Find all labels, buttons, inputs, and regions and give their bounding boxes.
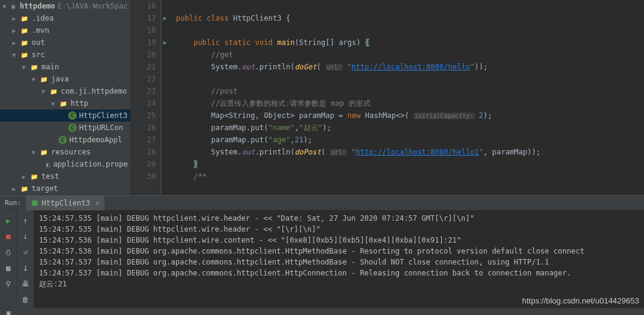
watermark: https://blog.csdn.net/u014429653 bbox=[522, 296, 639, 305]
tree-label: java bbox=[51, 75, 69, 83]
tree-item-application-prope[interactable]: ◧application.prope bbox=[0, 158, 130, 170]
tree-label: HttpURLCon bbox=[79, 123, 123, 132]
tree-item-httpdemoappl[interactable]: CHttpdemoAppl bbox=[0, 134, 130, 146]
gutter-line[interactable]: 23 bbox=[131, 85, 156, 97]
run-label: Run: bbox=[0, 199, 26, 207]
tree-arrow[interactable]: ▼ bbox=[2, 3, 8, 10]
gutter[interactable]: 1617▶1819▶2021222324252627282930 bbox=[131, 0, 161, 195]
tree-label: httpdemo bbox=[20, 2, 55, 10]
folder-icon: 📁 bbox=[58, 99, 68, 108]
tree-label: .mvn bbox=[32, 26, 49, 35]
gutter-line[interactable]: 28 bbox=[131, 146, 156, 158]
output-line: 赵云:21 bbox=[39, 279, 639, 289]
tool-window-button[interactable]: ▣ bbox=[2, 308, 15, 315]
tree-path: E:\JAVA-WorkSpac bbox=[57, 2, 128, 10]
tree-item-resources[interactable]: ▼📁resources bbox=[0, 146, 130, 158]
tree-arrow[interactable]: ▶ bbox=[12, 27, 18, 34]
gutter-line[interactable]: 16 bbox=[131, 0, 156, 12]
tree-item-src[interactable]: ▼📁src bbox=[0, 49, 130, 61]
class-icon: C bbox=[68, 123, 77, 132]
module-icon: ▣ bbox=[9, 1, 18, 11]
tree-arrow[interactable]: ▼ bbox=[32, 149, 38, 156]
code-editor[interactable]: 1617▶1819▶2021222324252627282930 public … bbox=[131, 0, 644, 195]
gutter-line[interactable]: 29 bbox=[131, 158, 156, 170]
tree-arrow[interactable]: ▶ bbox=[12, 15, 18, 22]
clear-button[interactable]: 🗑 bbox=[19, 293, 32, 306]
tree-label: resources bbox=[51, 148, 91, 156]
output-line: 15:24:57.537 [main] DEBUG org.apache.com… bbox=[39, 268, 639, 279]
gutter-line[interactable]: 26 bbox=[131, 122, 156, 134]
down-button[interactable]: ↓ bbox=[19, 230, 32, 243]
output-line: 15:24:57.535 [main] DEBUG httpclient.wir… bbox=[39, 224, 639, 235]
rerun-button[interactable]: ▶ bbox=[2, 214, 15, 227]
gutter-line[interactable]: 22 bbox=[131, 73, 156, 85]
output-line: 15:24:57.536 [main] DEBUG httpclient.wir… bbox=[39, 235, 639, 246]
tree-label: target bbox=[32, 184, 58, 193]
gutter-line[interactable]: 30 bbox=[131, 170, 156, 182]
tree-item-main[interactable]: ▼📁main bbox=[0, 61, 130, 73]
scroll-button[interactable]: ⤓ bbox=[19, 261, 32, 275]
stop-button[interactable]: ■ bbox=[2, 230, 15, 243]
run-marker-icon[interactable]: ▶ bbox=[163, 36, 167, 49]
tree-item-out[interactable]: ▶📁out bbox=[0, 36, 130, 49]
tree-label: main bbox=[41, 63, 59, 71]
tree-arrow[interactable]: ▶ bbox=[22, 173, 28, 180]
print-button[interactable]: 🖶 bbox=[19, 277, 32, 291]
run-tab[interactable]: HttpClient3 × bbox=[26, 196, 106, 210]
tree-item-httpclient3[interactable]: CHttpClient3 bbox=[0, 109, 130, 122]
tree-arrow[interactable]: ▼ bbox=[41, 88, 47, 95]
class-icon: C bbox=[68, 111, 77, 120]
tree-root[interactable]: ▼ ▣ httpdemo E:\JAVA-WorkSpac bbox=[0, 0, 130, 12]
screenshot-button[interactable]: ⎙ bbox=[2, 246, 15, 259]
gutter-line[interactable]: 21 bbox=[131, 61, 156, 73]
code-area[interactable]: public class HttpClient3 { public static… bbox=[161, 0, 644, 195]
tree-label: src bbox=[32, 50, 45, 59]
tree-item--mvn[interactable]: ▶📁.mvn bbox=[0, 24, 130, 36]
output-line: 15:24:57.535 [main] DEBUG httpclient.wir… bbox=[39, 213, 639, 224]
tree-arrow[interactable]: ▼ bbox=[51, 100, 57, 107]
folder-icon: 📁 bbox=[49, 86, 58, 96]
gutter-line[interactable]: 25 bbox=[131, 109, 156, 122]
tree-item-java[interactable]: ▼📁java bbox=[0, 73, 130, 85]
tree-item--idea[interactable]: ▶📁.idea bbox=[0, 12, 130, 24]
gutter-line[interactable]: 17▶ bbox=[131, 12, 156, 24]
tree-label: HttpClient3 bbox=[79, 111, 127, 120]
gutter-line[interactable]: 24 bbox=[131, 97, 156, 109]
tree-arrow[interactable]: ▶ bbox=[12, 40, 18, 46]
tree-label: application.prope bbox=[53, 160, 128, 168]
run-panel: Run: HttpClient3 × ▶ ■ ⎙ ▦ ⚲ ↑ ↓ ⏎ ⤓ 🖶 🗑… bbox=[0, 195, 644, 308]
run-toolbar-left: ▶ ■ ⎙ ▦ ⚲ bbox=[0, 210, 17, 308]
wrap-button[interactable]: ⏎ bbox=[19, 246, 32, 259]
gutter-line[interactable]: 27 bbox=[131, 134, 156, 146]
tree-arrow[interactable]: ▼ bbox=[22, 64, 28, 71]
svg-rect-0 bbox=[32, 200, 37, 206]
run-tab-label: HttpClient3 bbox=[42, 199, 90, 207]
up-button[interactable]: ↑ bbox=[19, 214, 32, 227]
run-marker-icon[interactable]: ▶ bbox=[163, 12, 167, 24]
tree-label: http bbox=[71, 99, 88, 108]
output-line: 15:24:57.537 [main] DEBUG org.apache.com… bbox=[39, 257, 639, 268]
folder-icon: 📁 bbox=[39, 147, 49, 157]
pin-button[interactable]: ⚲ bbox=[2, 277, 15, 291]
run-header: Run: HttpClient3 × bbox=[0, 196, 644, 210]
gutter-line[interactable]: 20 bbox=[131, 49, 156, 61]
tree-item-test[interactable]: ▶📁test bbox=[0, 170, 130, 182]
tree-item-com-ji-httpdemo[interactable]: ▼📁com.ji.httpdemo bbox=[0, 85, 130, 97]
layout-button[interactable]: ▦ bbox=[2, 261, 15, 275]
tree-arrow[interactable]: ▼ bbox=[12, 52, 18, 58]
bottom-bar: ▣ bbox=[0, 308, 644, 315]
project-tree[interactable]: ▼ ▣ httpdemo E:\JAVA-WorkSpac ▶📁.idea▶📁.… bbox=[0, 0, 131, 195]
tree-item-target[interactable]: ▶📁target bbox=[0, 182, 130, 195]
gutter-line[interactable]: 19▶ bbox=[131, 36, 156, 49]
folder-icon: 📁 bbox=[29, 62, 39, 72]
folder-icon: 📁 bbox=[29, 171, 39, 181]
tree-arrow[interactable]: ▼ bbox=[32, 76, 38, 83]
folder-orange-icon: 📁 bbox=[19, 184, 29, 193]
gutter-line[interactable]: 18 bbox=[131, 24, 156, 36]
run-output[interactable]: 15:24:57.535 [main] DEBUG httpclient.wir… bbox=[34, 210, 644, 308]
tree-item-httpurlcon[interactable]: CHttpURLCon bbox=[0, 122, 130, 134]
file-icon: ◧ bbox=[46, 159, 51, 169]
tree-item-http[interactable]: ▼📁http bbox=[0, 97, 130, 109]
close-icon[interactable]: × bbox=[95, 198, 100, 208]
tree-arrow[interactable]: ▶ bbox=[12, 185, 18, 192]
